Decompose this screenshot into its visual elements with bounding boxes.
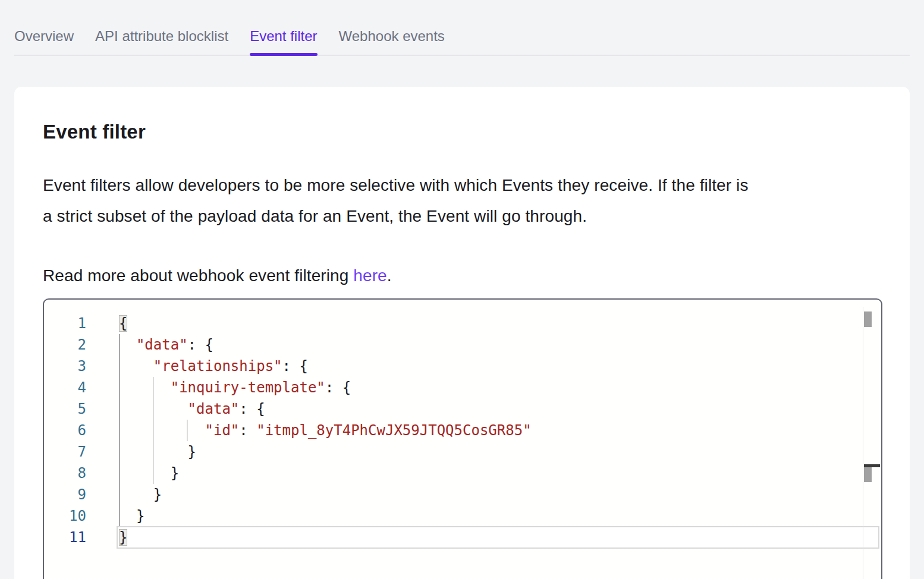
- code-text: }: [119, 527, 127, 548]
- scrollbar-thumb[interactable]: [864, 311, 872, 327]
- code-line-8[interactable]: 8 }: [44, 462, 881, 484]
- code-lines: 1{2 "data": {3 "relationships": {4 "inqu…: [44, 300, 881, 548]
- tab-bar: OverviewAPI attribute blocklistEvent fil…: [14, 0, 910, 56]
- code-line-7[interactable]: 7 }: [44, 441, 881, 462]
- code-text: "relationships": {: [119, 355, 308, 377]
- code-editor[interactable]: 1{2 "data": {3 "relationships": {4 "inqu…: [43, 298, 882, 579]
- read-more-prefix: Read more about webhook event filtering: [43, 266, 353, 285]
- json-string: "relationships": [153, 358, 282, 375]
- code-text: "id": "itmpl_8yT4PhCwJX59JTQQ5CosGR85": [119, 420, 532, 441]
- code-token: }: [171, 465, 179, 482]
- code-line-1[interactable]: 1{: [44, 313, 881, 334]
- matched-bracket: }: [119, 529, 127, 546]
- read-more-suffix: .: [387, 266, 392, 285]
- description-line: Event filters allow developers to be mor…: [43, 170, 881, 201]
- code-token: }: [136, 508, 144, 524]
- line-number: 9: [44, 484, 86, 505]
- line-number: 2: [44, 334, 86, 355]
- settings-page: OverviewAPI attribute blocklistEvent fil…: [0, 0, 924, 579]
- line-number: 1: [44, 313, 86, 334]
- json-string: "data": [188, 401, 240, 417]
- line-number: 3: [44, 355, 86, 377]
- code-text: "data": {: [119, 334, 213, 355]
- code-token: [119, 358, 153, 375]
- code-token: : {: [282, 358, 308, 375]
- tab-event-filter[interactable]: Event filter: [250, 27, 317, 55]
- code-token: [119, 465, 171, 482]
- code-line-3[interactable]: 3 "relationships": {: [44, 355, 881, 377]
- code-token: [119, 401, 188, 417]
- read-more-text: Read more about webhook event filtering …: [43, 260, 881, 291]
- json-string: "id": [205, 422, 240, 439]
- code-token: : {: [325, 379, 351, 396]
- code-token: }: [188, 443, 196, 460]
- line-number: 11: [44, 527, 86, 548]
- code-text: {: [119, 313, 127, 334]
- code-line-2[interactable]: 2 "data": {: [44, 334, 881, 355]
- code-token: :: [239, 422, 256, 439]
- code-token: [119, 379, 171, 396]
- code-text: }: [119, 484, 162, 505]
- code-text: "data": {: [119, 398, 265, 420]
- code-line-11[interactable]: 11}: [44, 527, 881, 548]
- line-number: 8: [44, 462, 86, 484]
- code-line-4[interactable]: 4 "inquiry-template": {: [44, 377, 881, 398]
- code-text: "inquiry-template": {: [119, 377, 351, 398]
- code-line-9[interactable]: 9 }: [44, 484, 881, 505]
- code-text: }: [119, 441, 196, 462]
- description-line: a strict subset of the payload data for …: [43, 201, 881, 232]
- line-number: 5: [44, 398, 86, 420]
- code-token: : {: [239, 401, 265, 417]
- here-link[interactable]: here: [353, 266, 386, 285]
- code-line-5[interactable]: 5 "data": {: [44, 398, 881, 420]
- matched-bracket: {: [119, 315, 127, 332]
- code-token: [119, 422, 205, 439]
- code-text: }: [119, 462, 179, 484]
- page-title: Event filter: [43, 120, 881, 144]
- code-token: [119, 336, 136, 353]
- tab-overview[interactable]: Overview: [14, 27, 74, 55]
- code-token: }: [153, 486, 162, 503]
- json-string: "itmpl_8yT4PhCwJX59JTQQ5CosGR85": [256, 422, 531, 439]
- code-token: [119, 508, 136, 524]
- event-filter-card: Event filter Event filters allow develop…: [14, 87, 910, 579]
- code-line-6[interactable]: 6 "id": "itmpl_8yT4PhCwJX59JTQQ5CosGR85": [44, 420, 881, 441]
- tab-list: OverviewAPI attribute blocklistEvent fil…: [14, 27, 910, 55]
- code-line-10[interactable]: 10 }: [44, 505, 881, 527]
- line-number: 6: [44, 420, 86, 441]
- code-token: [119, 443, 188, 460]
- code-token: [119, 486, 153, 503]
- line-number: 10: [44, 505, 86, 527]
- code-text: }: [119, 505, 144, 527]
- line-number: 7: [44, 441, 86, 462]
- scrollbar-thumb[interactable]: [864, 467, 872, 482]
- json-string: "inquiry-template": [171, 379, 325, 396]
- json-string: "data": [136, 336, 188, 353]
- tab-webhook-events[interactable]: Webhook events: [339, 27, 445, 55]
- code-token: : {: [188, 336, 213, 353]
- description: Event filters allow developers to be mor…: [43, 170, 881, 232]
- scrollbar-track: [863, 307, 863, 579]
- line-number: 4: [44, 377, 86, 398]
- tab-api-attribute-blocklist[interactable]: API attribute blocklist: [95, 27, 228, 55]
